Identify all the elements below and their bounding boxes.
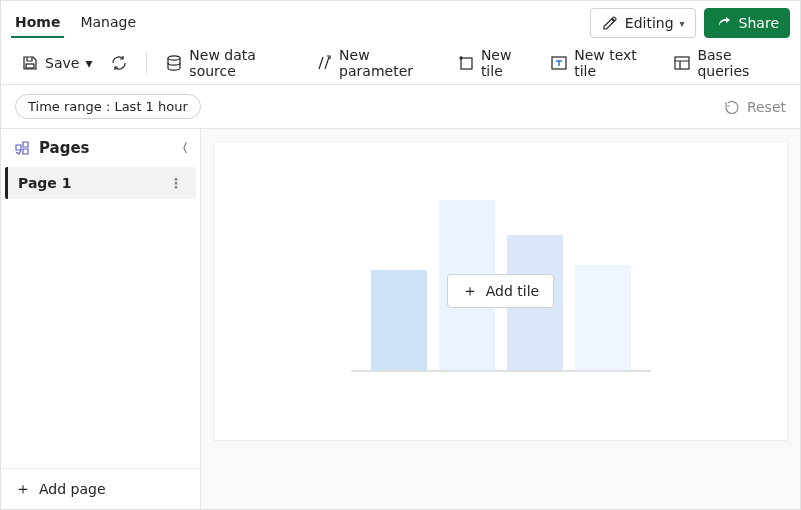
- pages-icon: [13, 139, 31, 157]
- new-parameter-button[interactable]: New parameter: [309, 43, 445, 83]
- undo-icon: [723, 98, 741, 116]
- sidebar-page-item[interactable]: Page 1 ⋮: [5, 167, 196, 199]
- new-data-source-label: New data source: [189, 47, 297, 79]
- text-tile-icon: [550, 54, 568, 72]
- plus-icon: ＋: [462, 283, 478, 299]
- editing-mode-button[interactable]: Editing ▾: [590, 8, 696, 38]
- database-icon: [165, 54, 183, 72]
- new-parameter-label: New parameter: [339, 47, 439, 79]
- new-tile-button[interactable]: New tile: [451, 43, 538, 83]
- base-queries-icon: [673, 54, 691, 72]
- base-queries-button[interactable]: Base queries: [667, 43, 786, 83]
- base-queries-label: Base queries: [697, 47, 780, 79]
- add-page-button[interactable]: ＋ Add page: [1, 468, 200, 509]
- share-icon: [715, 14, 733, 32]
- svg-rect-2: [461, 58, 472, 69]
- tab-home[interactable]: Home: [11, 8, 64, 38]
- svg-rect-0: [26, 64, 34, 68]
- chevron-down-icon: ▾: [85, 55, 92, 71]
- share-button[interactable]: Share: [704, 8, 790, 38]
- pencil-icon: [601, 14, 619, 32]
- chevron-left-icon: 〈: [176, 141, 188, 155]
- chevron-down-icon: ▾: [680, 18, 685, 29]
- editing-label: Editing: [625, 15, 674, 31]
- page-label: Page 1: [18, 175, 71, 191]
- new-data-source-button[interactable]: New data source: [159, 43, 303, 83]
- save-button[interactable]: Save ▾: [15, 50, 98, 76]
- page-more-button[interactable]: ⋮: [169, 175, 184, 191]
- new-text-tile-button[interactable]: New text tile: [544, 43, 661, 83]
- reset-label: Reset: [747, 99, 786, 115]
- empty-tile-area: ＋ Add tile: [213, 141, 788, 441]
- save-icon: [21, 54, 39, 72]
- tab-manage[interactable]: Manage: [76, 8, 140, 38]
- divider: [146, 51, 147, 75]
- share-label: Share: [739, 15, 779, 31]
- add-page-label: Add page: [39, 481, 106, 497]
- reset-button[interactable]: Reset: [723, 98, 786, 116]
- time-range-value: Last 1 hour: [114, 99, 187, 114]
- more-vertical-icon: ⋮: [169, 175, 184, 191]
- tile-icon: [457, 54, 475, 72]
- refresh-button[interactable]: [104, 50, 134, 76]
- time-range-label: Time range :: [28, 99, 110, 114]
- new-text-tile-label: New text tile: [574, 47, 655, 79]
- save-label: Save: [45, 55, 79, 71]
- svg-point-1: [168, 55, 180, 59]
- parameter-icon: [315, 54, 333, 72]
- time-range-pill[interactable]: Time range : Last 1 hour: [15, 94, 201, 119]
- add-tile-button[interactable]: ＋ Add tile: [447, 274, 554, 308]
- new-tile-label: New tile: [481, 47, 532, 79]
- add-tile-label: Add tile: [486, 283, 539, 299]
- svg-rect-4: [675, 57, 689, 69]
- refresh-icon: [110, 54, 128, 72]
- pages-header: Pages: [39, 139, 90, 157]
- placeholder-baseline: [351, 370, 651, 372]
- collapse-sidebar-button[interactable]: 〈: [176, 140, 188, 157]
- plus-icon: ＋: [15, 481, 31, 497]
